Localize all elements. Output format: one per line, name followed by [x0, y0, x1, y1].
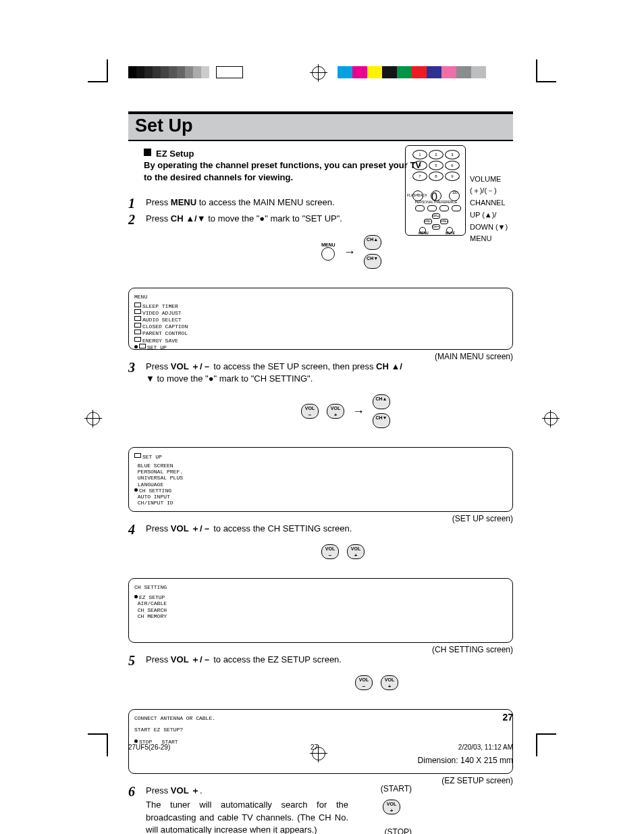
registration-mark-right [544, 412, 558, 425]
menu-item: CLOSED CAPTION [134, 323, 507, 330]
vol-plus-key: VOL+ [347, 544, 365, 559]
step-text: to access the CH SETTING screen. [211, 523, 352, 533]
menu-item: AUTO INPUT [134, 494, 507, 500]
step-list: 1 Press MENU to access the MAIN MENU scr… [128, 197, 513, 834]
arrow-icon: → [344, 246, 356, 258]
step-5-wrap: 5 Press VOL ＋/－ to access the EZ SETUP s… [128, 654, 513, 785]
vol-plus-key: VOL+ [383, 800, 400, 814]
footer-page: 27 [311, 743, 318, 752]
key-7: 7 [412, 172, 427, 181]
section-header-text: EZ Setup [156, 149, 194, 159]
steps-1-2-wrap: 1 Press MENU to access the MAIN MENU scr… [128, 197, 513, 360]
menu-item: PARENT CONTROL [134, 330, 507, 336]
stop-label: (STOP) [371, 828, 412, 834]
key-diagram-vol-ch: VOL− VOL+ → CH▲ CH▼ [146, 394, 409, 428]
key-3: 3 [445, 150, 460, 159]
step-body: Press MENU to access the MAIN MENU scree… [146, 197, 513, 209]
key-9: 9 [445, 172, 460, 181]
gray-ramp [128, 66, 243, 78]
crop-mark-br [536, 733, 556, 756]
section-ez-setup: EZ Setup By operating the channel preset… [128, 148, 513, 184]
key-100-label: 100 [452, 191, 458, 194]
menu-key-icon: MENU [321, 242, 336, 261]
page: Set Up EZ Setup By operating the channel… [0, 0, 644, 834]
footer-file: 27UF5(26-29) [128, 743, 170, 752]
step-body: Press CH ▲/▼ to move the "●" mark to "SE… [146, 213, 513, 268]
step-body: Press VOL ＋. The tuner will automaticall… [146, 785, 348, 834]
page-number: 27 [502, 712, 513, 722]
crop-mark-tl [88, 59, 108, 82]
menu-item: CH SETTING [134, 488, 507, 494]
menu-key-label: MENU [321, 242, 336, 247]
menu-item: SET UP [134, 344, 507, 350]
arrow-icon: → [352, 405, 365, 417]
step-number: 2 [128, 213, 146, 226]
step-number: 5 [128, 654, 146, 667]
square-bullet-icon [144, 149, 151, 156]
step-4: 4 Press VOL ＋/－ to access the CH SETTING… [128, 523, 513, 559]
ch-keys: CH▲ CH▼ [373, 394, 390, 428]
menu-item: ENERGY SAVE [134, 337, 507, 344]
step-3-wrap: 3 Press VOL ＋/－ to access the SET UP scr… [128, 361, 513, 523]
menu-item: CH/INPUT ID [134, 500, 507, 506]
step-bold: VOL ＋/－ [171, 523, 211, 533]
screen-title: CH SETTING [134, 584, 507, 590]
content: Set Up EZ Setup By operating the channel… [128, 111, 513, 834]
key-2: 2 [429, 150, 444, 159]
step-bold: VOL ＋/－ [171, 654, 211, 664]
number-pad: 1 2 3 4 5 6 7 8 9 [412, 150, 460, 192]
start-label: (START) [371, 785, 412, 793]
step-4-wrap: 4 Press VOL ＋/－ to access the CH SETTING… [128, 523, 513, 654]
step-para: The tuner will automatically search for … [146, 799, 348, 834]
step-text: Press [146, 785, 171, 796]
registration-mark-left [86, 412, 100, 425]
dimension-note: Dimension: 140 X 215 mm [128, 756, 513, 764]
menu-item: UNIVERSAL PLUS [134, 475, 507, 481]
key-diagram-vol: VOL− VOL+ [146, 544, 513, 559]
step-body: Press VOL ＋/－ to access the SET UP scree… [146, 361, 409, 428]
screen-box: CH SETTING EZ SETUP AIR/CABLE CH SEARCH … [128, 578, 513, 643]
step-number: 4 [128, 523, 146, 536]
step-text: . [200, 785, 203, 796]
step-text: Press [146, 654, 171, 664]
step-number: 3 [128, 361, 146, 374]
circle-icon [321, 247, 335, 261]
ch-up-key: CH▲ [364, 235, 381, 250]
vol-minus-key: VOL− [301, 404, 319, 419]
step-body: Press VOL ＋/－ to access the CH SETTING s… [146, 523, 513, 559]
key-1: 1 [412, 150, 427, 159]
screen-line: CONNECT ANTENNA OR CABLE. [134, 715, 507, 721]
step-number: 6 [128, 785, 146, 798]
footer-line: 27UF5(26-29) 27 2/20/03, 11:12 AM [128, 743, 513, 752]
step-bold: VOL ＋/－ [171, 361, 211, 371]
section-intro: By operating the channel preset function… [128, 159, 427, 183]
step-bold: VOL ＋ [171, 785, 200, 796]
menu-item: PERSONAL PREF. [134, 469, 507, 475]
menu-item: SLEEP TIMER [134, 303, 507, 309]
ch-down-key: CH▼ [373, 413, 390, 428]
key-8: 8 [429, 172, 444, 181]
step-6: 6 Press VOL ＋. The tuner will automatica… [128, 785, 513, 834]
ch-down-key: CH▼ [364, 254, 381, 269]
main-menu-screen: MENU SLEEP TIMER VIDEO ADJUST AUDIO SELE… [128, 288, 513, 361]
step-body: Press VOL ＋/－ to access the EZ SETUP scr… [146, 654, 513, 690]
menu-item: AUDIO SELECT [134, 316, 507, 323]
step-2: 2 Press CH ▲/▼ to move the "●" mark to "… [128, 213, 513, 268]
menu-item: CH MEMORY [134, 613, 507, 619]
screen-box: MENU SLEEP TIMER VIDEO ADJUST AUDIO SELE… [128, 288, 513, 350]
callout-volume: VOLUME [470, 175, 517, 184]
key-5: 5 [429, 161, 444, 170]
screen-box: SET UP BLUE SCREEN PERSONAL PREF. UNIVER… [128, 447, 513, 512]
menu-item: CH SEARCH [134, 607, 507, 613]
vol-minus-key: VOL− [321, 544, 339, 559]
key-6: 6 [445, 161, 460, 170]
step-bold: CH ▲/▼ [171, 213, 206, 224]
step-3: 3 Press VOL ＋/－ to access the SET UP scr… [128, 361, 513, 428]
setup-screen: SET UP BLUE SCREEN PERSONAL PREF. UNIVER… [128, 447, 513, 523]
vol-plus-key: VOL+ [381, 675, 398, 690]
key-diagram-vol: VOL− VOL+ [146, 675, 513, 690]
title-bar: Set Up [128, 111, 513, 141]
screen-label: (EZ SETUP screen) [128, 777, 513, 785]
key-diagram-menu-ch: MENU → CH▲ CH▼ [146, 235, 513, 269]
menu-item: LANGUAGE [134, 481, 507, 488]
